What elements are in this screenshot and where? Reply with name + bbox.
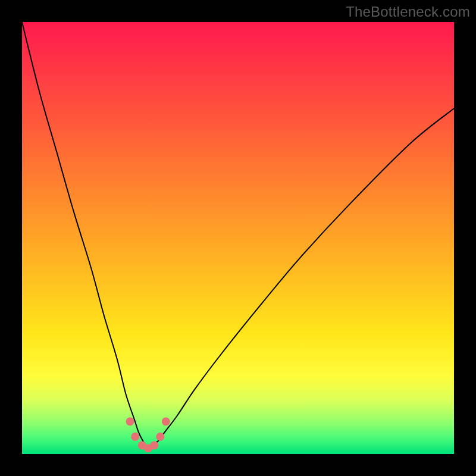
watermark-text: TheBottleneck.com <box>346 4 470 20</box>
curve-dot <box>150 441 158 450</box>
plot-area <box>22 22 454 454</box>
bottleneck-curve <box>22 22 454 447</box>
curve-minimum-dots <box>126 418 170 453</box>
curve-dot <box>162 418 170 426</box>
curve-dot <box>131 433 139 441</box>
chart-svg <box>22 22 454 454</box>
curve-dot <box>156 433 164 441</box>
chart-frame: TheBottleneck.com <box>0 0 476 476</box>
curve-dot <box>126 418 134 426</box>
